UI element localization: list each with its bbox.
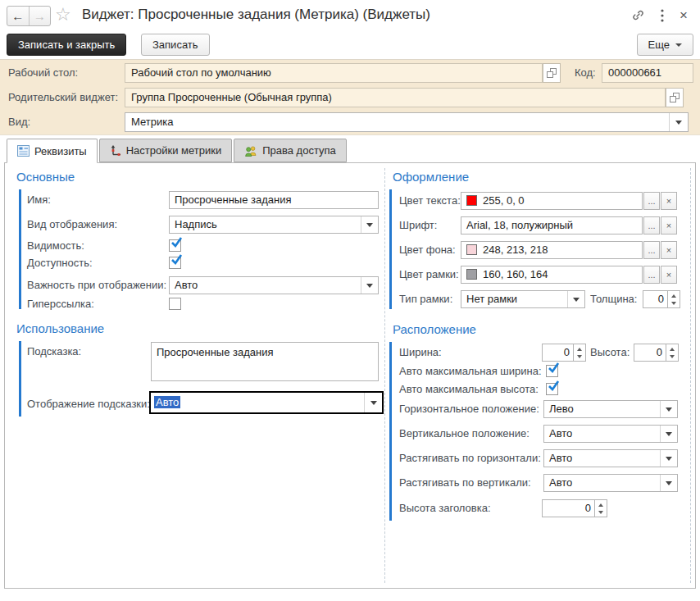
tab-label: Реквизиты (34, 145, 87, 157)
chevron-down-icon[interactable] (660, 401, 677, 417)
requisites-panel: Основные Имя: Просроченные задания Вид о… (4, 162, 696, 589)
view-kind-label: Вид: (8, 112, 30, 132)
close-icon[interactable]: × (680, 8, 688, 22)
section-title-usage: Использование (16, 321, 104, 335)
horizontal-position-combo[interactable]: Лево (543, 400, 678, 418)
chevron-down-icon[interactable] (361, 216, 378, 233)
get-link-icon[interactable] (631, 8, 645, 25)
spinner-arrows[interactable] (594, 500, 607, 517)
code-field[interactable]: 000000661 (602, 63, 693, 83)
spin-down-icon[interactable] (595, 508, 607, 517)
desktop-field[interactable]: Рабочий стол по умолчанию (125, 63, 543, 83)
tooltip-textarea[interactable]: Просроченные задания (151, 342, 379, 381)
more-button[interactable]: Еще (637, 34, 693, 56)
parent-widget-field[interactable]: Группа Просроченные (Обычная группа) (125, 88, 666, 107)
text-color-label: Цвет текста: (399, 192, 461, 210)
text-color-field[interactable]: 255, 0, 0 (461, 192, 643, 210)
chevron-down-icon[interactable] (567, 291, 584, 307)
background-color-clear-button[interactable]: × (661, 241, 677, 259)
chevron-down-icon[interactable] (361, 277, 378, 294)
group-indent-bar (389, 342, 392, 521)
name-label: Имя: (27, 191, 51, 209)
frame-color-value: 160, 160, 164 (483, 268, 548, 280)
chevron-down-icon[interactable] (660, 475, 677, 491)
accessibility-checkbox[interactable] (169, 257, 181, 269)
auto-max-height-label: Авто максимальная высота: (399, 380, 539, 398)
parent-widget-label: Родительский виджет: (8, 88, 118, 107)
favorite-star-icon[interactable]: ☆ (55, 4, 71, 25)
frame-type-label: Тип рамки: (399, 290, 452, 308)
tooltip-display-combo-focused[interactable]: Авто (149, 391, 384, 414)
forward-arrow-icon: → (34, 9, 46, 23)
background-color-field[interactable]: 248, 213, 218 (461, 241, 643, 259)
stretch-horizontal-combo[interactable]: Авто (543, 449, 678, 467)
header-height-spinner[interactable]: 0 (542, 499, 607, 517)
font-pick-button[interactable]: ... (643, 216, 660, 234)
spin-up-icon[interactable] (595, 500, 607, 508)
desktop-open-button[interactable] (543, 63, 561, 83)
forward-button[interactable]: → (30, 7, 51, 25)
title-bar: ← → ☆ Виджет: Просроченные задания (Метр… (0, 0, 700, 31)
header-height-label: Высота заголовка: (399, 499, 491, 517)
frame-color-field[interactable]: 160, 160, 164 (461, 266, 643, 284)
view-kind-combo[interactable]: Метрика (125, 112, 689, 132)
spinner-arrows[interactable] (666, 344, 678, 361)
hyperlink-label: Гиперссылка: (27, 295, 94, 313)
thickness-spinner[interactable]: 0 (643, 290, 680, 308)
display-kind-combo[interactable]: Надпись (169, 216, 379, 234)
back-button[interactable]: ← (7, 7, 30, 25)
group-indent-bar (19, 189, 21, 309)
background-color-pick-button[interactable]: ... (643, 241, 660, 259)
height-spinner[interactable]: 0 (634, 344, 679, 362)
frame-color-label: Цвет рамки: (399, 266, 459, 284)
hyperlink-checkbox[interactable] (169, 298, 181, 310)
chevron-down-icon[interactable] (669, 113, 688, 131)
text-color-clear-button[interactable]: × (661, 192, 677, 210)
spin-up-icon[interactable] (666, 344, 678, 353)
tooltip-display-selected-value: Авто (154, 396, 180, 408)
width-spinner[interactable]: 0 (542, 344, 586, 362)
color-swatch (466, 244, 477, 255)
text-color-pick-button[interactable]: ... (643, 192, 660, 210)
tooltip-display-label: Отображение подсказки: (27, 395, 150, 413)
open-in-new-icon (670, 93, 680, 102)
vertical-position-combo[interactable]: Авто (543, 425, 678, 443)
chevron-down-icon[interactable] (364, 393, 382, 412)
thickness-value: 0 (643, 291, 667, 307)
spin-down-icon[interactable] (668, 299, 680, 307)
importance-combo[interactable]: Авто (169, 276, 379, 294)
frame-color-pick-button[interactable]: ... (643, 266, 660, 284)
horizontal-position-value: Лево (549, 403, 574, 415)
visibility-checkbox[interactable] (169, 239, 181, 252)
spin-down-icon[interactable] (666, 353, 678, 361)
name-input[interactable]: Просроченные задания (169, 191, 379, 209)
visibility-label: Видимость: (27, 237, 84, 255)
chevron-down-icon[interactable] (660, 450, 677, 467)
height-value: 0 (634, 344, 666, 361)
spinner-arrows[interactable] (573, 344, 585, 361)
font-field[interactable]: Arial, 18, полужирный (461, 216, 643, 234)
right-edge-splitter[interactable] (690, 168, 691, 583)
accessibility-label: Доступность: (27, 254, 93, 272)
stretch-vertical-combo[interactable]: Авто (543, 474, 678, 492)
auto-max-height-checkbox[interactable] (546, 383, 558, 395)
form-header: Рабочий стол: Рабочий стол по умолчанию … (0, 59, 700, 135)
tab-requisites[interactable]: Реквизиты (7, 139, 98, 163)
spin-down-icon[interactable] (574, 353, 585, 361)
chevron-down-icon[interactable] (660, 426, 677, 442)
tab-access-rights[interactable]: Права доступа (234, 139, 347, 162)
auto-max-width-checkbox[interactable] (546, 365, 558, 377)
tab-metric-settings[interactable]: Настройки метрики (99, 139, 233, 162)
save-and-close-button[interactable]: Записать и закрыть (7, 34, 126, 56)
frame-type-combo[interactable]: Нет рамки (461, 290, 585, 308)
font-clear-button[interactable]: × (661, 216, 677, 234)
spin-up-icon[interactable] (668, 291, 680, 299)
column-splitter[interactable] (384, 168, 385, 583)
spin-up-icon[interactable] (574, 344, 585, 353)
kebab-menu-icon[interactable] (661, 9, 664, 25)
importance-label: Важность при отображении: (27, 276, 166, 294)
parent-widget-open-button[interactable] (666, 88, 684, 107)
spinner-arrows[interactable] (667, 291, 680, 307)
frame-color-clear-button[interactable]: × (661, 266, 677, 284)
save-button[interactable]: Записать (141, 34, 210, 56)
